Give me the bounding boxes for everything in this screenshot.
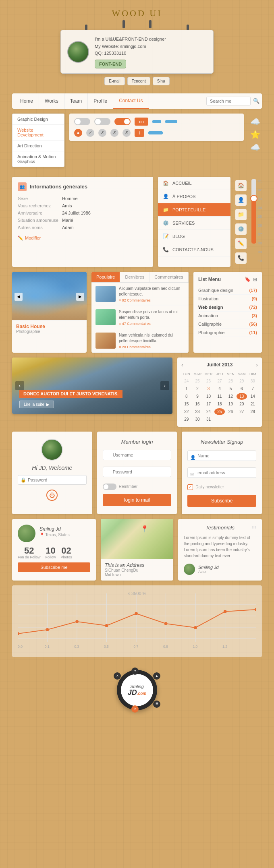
cal-day[interactable]: 11 [214,393,224,400]
ctrl-btn-blue2[interactable] [165,120,177,123]
cal-day-25[interactable]: 25 [214,408,224,415]
cal-day[interactable]: 29 [237,378,247,384]
cal-day[interactable]: 28 [226,378,236,384]
cal-day[interactable]: 10 [203,393,214,400]
cal-day[interactable]: 26 [226,408,236,415]
nav-menu-contact[interactable]: 📞 CONTACTEZ-NOUS [158,243,230,256]
subscribe-me-button[interactable]: Subscribe me [18,562,90,572]
photo-next-btn[interactable]: ▶ [76,293,84,301]
cal-day[interactable]: 26 [203,378,214,384]
list-item-illustration[interactable]: Illustration (9) [198,295,257,303]
nav-item-contact[interactable]: Contact Us [113,93,149,109]
banner-prev-btn[interactable]: ‹ [15,381,24,390]
photo-prev-btn[interactable]: ◀ [15,293,23,301]
cal-prev-btn[interactable]: ‹ [181,362,183,368]
toggle-off[interactable] [74,118,90,125]
icon-circle-x2[interactable]: ✗ [110,129,118,137]
cal-day[interactable]: 27 [237,408,247,415]
search-icon[interactable]: 🔍 [253,98,259,104]
cal-day[interactable]: 2 [192,385,202,392]
icon-circle-check[interactable]: ✓ [86,129,94,137]
list-item-calligraphie[interactable]: Calligraphie (56) [198,320,257,329]
cal-day[interactable]: 21 [248,401,258,407]
side-icon-home[interactable]: 🏠 [235,180,247,191]
badge-icon-left[interactable]: ✕ [114,672,121,680]
icon-circle-x3[interactable]: ✗ [122,129,131,137]
badge-icon-right[interactable]: ▲ [153,672,160,680]
edit-link[interactable]: ✏️ Modifier [18,236,41,241]
dropdown-item-graphic[interactable]: Graphic Design [12,114,64,125]
cal-day[interactable]: 18 [214,401,224,407]
cal-day[interactable]: 4 [214,385,224,392]
cal-day[interactable]: 28 [248,408,258,415]
side-icon-user[interactable]: 👤 [235,194,247,206]
nav-item-works[interactable]: Works [39,93,64,109]
cal-day[interactable]: 5 [226,385,236,392]
sina-button[interactable]: Sina [153,77,170,85]
dropdown-item-web[interactable]: Website Development [12,125,64,141]
banner-next-btn[interactable]: › [160,381,169,390]
cal-day[interactable]: 23 [192,408,202,415]
daily-checkbox[interactable]: ✓ [187,484,193,490]
side-icon-gear[interactable]: ⚙️ [235,223,247,235]
subscribe-button[interactable]: Subscribe [187,495,256,507]
cal-day[interactable]: 16 [192,401,202,407]
name-input[interactable] [187,451,256,461]
cal-day[interactable]: 17 [203,401,214,407]
dropdown-item-animation[interactable]: Animation & Motion Graphics [12,151,64,167]
badge-icon-bottom-right[interactable]: ☰ [153,701,160,708]
cal-day[interactable]: 7 [248,385,258,392]
blog-tab-dernieres[interactable]: Dernières [120,272,149,282]
nav-menu-blog[interactable]: 📝 BLOG [158,230,230,243]
list-item-animation[interactable]: Animation (3) [198,312,257,320]
profile-password-input[interactable] [18,475,87,485]
list-bookmark-icon[interactable]: 🔖 [245,277,251,282]
cal-day-today[interactable]: 13 [237,393,247,400]
cal-day[interactable]: 19 [226,401,236,407]
cal-day[interactable]: 30 [192,416,202,423]
dropdown-item-art[interactable]: Art Direction [12,141,64,151]
cal-day[interactable]: 30 [248,378,258,384]
nav-menu-accueil[interactable]: 🏠 ACCUEIL [158,177,230,190]
icon-circle-red[interactable]: ● [74,129,82,137]
power-button[interactable]: ⏻ [46,490,58,501]
cal-day[interactable]: 9 [192,393,202,400]
password-input[interactable] [103,467,172,477]
cal-day[interactable]: 24 [203,408,214,415]
nav-item-profile[interactable]: Profile [88,93,113,109]
cal-day[interactable]: 6 [237,385,247,392]
email-input[interactable] [187,467,256,478]
remember-toggle[interactable] [103,484,116,490]
ctrl-btn-i[interactable]: i [135,129,144,137]
badge-icon-top[interactable]: ✦ [131,668,139,675]
list-item-web[interactable]: Web design (72) [198,303,257,312]
cal-day[interactable]: 15 [181,401,191,407]
nav-menu-portefeuille[interactable]: 📁 PORTEFEUILLE [158,203,230,217]
cal-day[interactable]: 25 [192,378,202,384]
nav-menu-services[interactable]: ⚙️ SERVICES [158,217,230,230]
banner-btn[interactable]: Lire la suite ▶ [19,401,54,408]
nav-menu-apropos[interactable]: 👤 À PROPOS [158,190,230,203]
ctrl-btn-blue3[interactable] [148,131,163,134]
list-grid-icon[interactable]: ⊞ [253,277,257,282]
cal-day[interactable]: 29 [181,416,191,423]
toggle-off-2[interactable] [94,118,110,125]
cal-day[interactable]: 1 [181,385,191,392]
cal-day[interactable]: 14 [248,393,258,400]
cal-day[interactable]: 12 [226,393,236,400]
cal-day[interactable]: 8 [181,393,191,400]
list-item-graphic[interactable]: Graphique design (17) [198,286,257,295]
tencent-button[interactable]: Tencent [127,77,150,85]
cal-day-red[interactable]: 3 [203,385,214,392]
nav-item-team[interactable]: Team [64,93,88,109]
side-icon-phone[interactable]: 📞 [235,252,247,264]
email-button[interactable]: E-mail [104,77,125,85]
vertical-slider[interactable] [251,179,256,244]
side-icon-edit[interactable]: ✏️ [235,238,247,249]
cal-next-btn[interactable]: › [256,362,258,368]
badge-icon-bottom[interactable]: ✕ [131,705,139,713]
search-input[interactable] [206,97,251,105]
nav-item-home[interactable]: Home [15,93,39,109]
cal-day[interactable]: 22 [181,408,191,415]
toggle-on[interactable] [114,118,131,125]
